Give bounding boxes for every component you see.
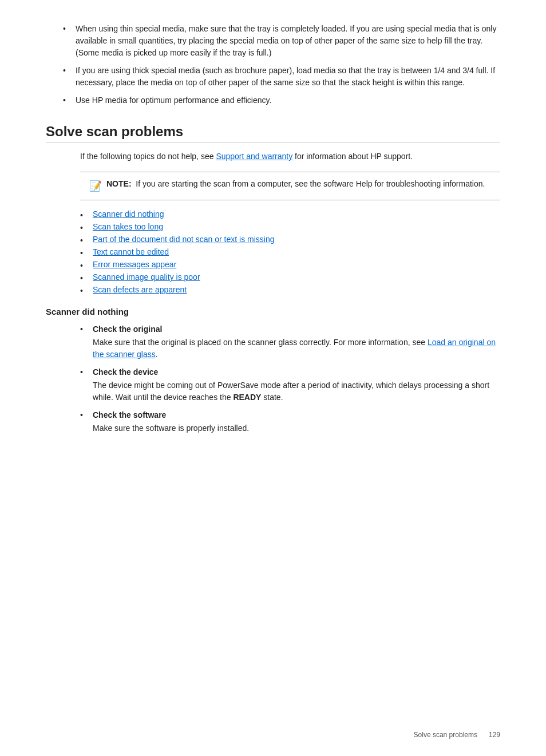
support-warranty-link[interactable]: Support and warranty	[216, 152, 292, 161]
check-original-body: Check the original Make sure that the or…	[93, 323, 500, 361]
subsection-title: Scanner did nothing	[46, 307, 500, 316]
link-item-scanner-did-nothing: • Scanner did nothing	[80, 209, 500, 220]
footer-page-number: 129	[489, 731, 500, 739]
link-item-error-messages: • Error messages appear	[80, 260, 500, 270]
link-error-messages[interactable]: Error messages appear	[93, 260, 176, 269]
bullet-dot: •	[80, 274, 89, 283]
link-item-scanned-image-quality: • Scanned image quality is poor	[80, 272, 500, 283]
check-device-body: Check the device The device might be com…	[93, 366, 500, 403]
link-text-cannot-be-edited[interactable]: Text cannot be edited	[93, 247, 169, 256]
link-scan-takes-too-long[interactable]: Scan takes too long	[93, 222, 163, 231]
link-scanned-image-quality[interactable]: Scanned image quality is poor	[93, 272, 200, 282]
check-device-title: Check the device	[93, 366, 500, 378]
check-original-title: Check the original	[93, 323, 500, 335]
bullet-dot: •	[80, 248, 89, 258]
note-body: If you are starting the scan from a comp…	[136, 179, 485, 188]
bullet-text-3: Use HP media for optimum performance and…	[76, 94, 271, 106]
note-label: NOTE:	[106, 179, 132, 188]
bullet-dot: •	[80, 236, 89, 245]
bullet-item-1: • When using thin special media, make su…	[63, 23, 500, 59]
top-bullet-section: • When using thin special media, make su…	[46, 23, 500, 106]
bullet-dot: •	[80, 410, 89, 419]
bullet-dot: •	[63, 24, 72, 33]
bullet-text-2: If you are using thick special media (su…	[76, 65, 500, 89]
bullet-item-3: • Use HP media for optimum performance a…	[63, 94, 500, 106]
bullet-item-2: • If you are using thick special media (…	[63, 65, 500, 89]
bullet-dot: •	[80, 211, 89, 220]
bullet-dot: •	[80, 324, 89, 334]
intro-paragraph: If the following topics do not help, see…	[80, 151, 500, 163]
load-original-link[interactable]: Load an original on the scanner glass	[93, 338, 496, 359]
bullet-dot: •	[63, 66, 72, 75]
bullet-dot: •	[80, 223, 89, 232]
ready-label: READY	[233, 393, 261, 402]
link-item-part-did-not-scan: • Part of the document did not scan or t…	[80, 235, 500, 245]
link-item-scan-takes-too-long: • Scan takes too long	[80, 222, 500, 232]
note-box: 📝 NOTE: If you are starting the scan fro…	[80, 172, 500, 200]
section-title: Solve scan problems	[46, 124, 500, 143]
check-software-desc: Make sure the software is properly insta…	[93, 422, 249, 434]
check-original-desc: Make sure that the original is placed on…	[93, 337, 500, 361]
check-device-desc: The device might be coming out of PowerS…	[93, 379, 500, 403]
bullet-dot: •	[63, 96, 72, 105]
check-software-title: Check the software	[93, 409, 249, 421]
topic-link-list: • Scanner did nothing • Scan takes too l…	[80, 209, 500, 295]
bullet-text-1: When using thin special media, make sure…	[76, 23, 500, 59]
link-part-did-not-scan[interactable]: Part of the document did not scan or tex…	[93, 235, 275, 244]
link-item-scan-defects: • Scan defects are apparent	[80, 285, 500, 295]
bullet-dot: •	[80, 286, 89, 295]
page-footer: Solve scan problems 129	[414, 731, 500, 739]
bullet-dot: •	[80, 261, 89, 270]
sub-bullet-check-original: • Check the original Make sure that the …	[80, 323, 500, 361]
sub-bullet-check-software: • Check the software Make sure the softw…	[80, 409, 500, 434]
sub-bullet-check-device: • Check the device The device might be c…	[80, 366, 500, 403]
link-scanner-did-nothing[interactable]: Scanner did nothing	[93, 209, 164, 219]
note-icon: 📝	[89, 179, 102, 194]
check-software-body: Check the software Make sure the softwar…	[93, 409, 249, 434]
note-content: NOTE: If you are starting the scan from …	[106, 178, 485, 190]
intro-text-after: for information about HP support.	[292, 152, 413, 161]
link-item-text-cannot-be-edited: • Text cannot be edited	[80, 247, 500, 258]
link-scan-defects[interactable]: Scan defects are apparent	[93, 285, 187, 294]
intro-text-before: If the following topics do not help, see	[80, 152, 216, 161]
bullet-dot: •	[80, 367, 89, 377]
footer-section-label: Solve scan problems	[414, 731, 477, 739]
subsection-content: • Check the original Make sure that the …	[80, 323, 500, 434]
